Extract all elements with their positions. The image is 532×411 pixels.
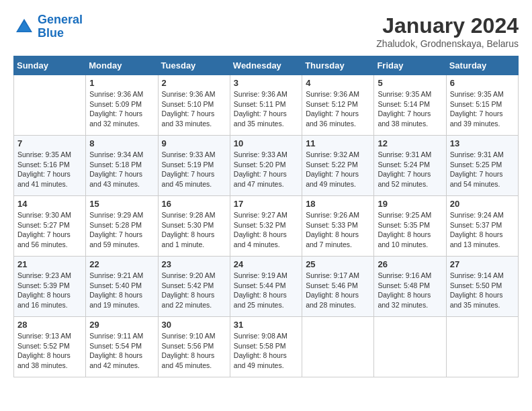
calendar-cell: 17Sunrise: 9:27 AMSunset: 5:32 PMDayligh… [230,196,302,257]
cell-content: Sunrise: 9:36 AMSunset: 5:10 PMDaylight:… [162,89,226,129]
day-number: 7 [17,138,82,148]
calendar-cell: 12Sunrise: 9:31 AMSunset: 5:24 PMDayligh… [374,136,446,196]
header: General Blue January 2024 Zhaludok, Grod… [13,13,519,49]
cell-content: Sunrise: 9:26 AMSunset: 5:33 PMDaylight:… [306,210,370,250]
cell-content: Sunrise: 9:23 AMSunset: 5:39 PMDaylight:… [17,271,82,310]
cell-content: Sunrise: 9:21 AMSunset: 5:40 PMDaylight:… [89,271,154,310]
calendar-cell: 31Sunrise: 9:08 AMSunset: 5:58 PMDayligh… [230,317,302,377]
cell-content: Sunrise: 9:33 AMSunset: 5:19 PMDaylight:… [162,150,226,189]
header-row: SundayMondayTuesdayWednesdayThursdayFrid… [14,56,519,75]
week-row-1: 1Sunrise: 9:36 AMSunset: 5:09 PMDaylight… [14,75,519,136]
cell-content: Sunrise: 9:20 AMSunset: 5:42 PMDaylight:… [162,271,226,310]
month-title: January 2024 [376,13,519,38]
cell-content: Sunrise: 9:17 AMSunset: 5:46 PMDaylight:… [306,271,370,310]
cell-content: Sunrise: 9:35 AMSunset: 5:14 PMDaylight:… [378,89,442,129]
calendar-cell: 10Sunrise: 9:33 AMSunset: 5:20 PMDayligh… [230,136,302,196]
title-area: January 2024 Zhaludok, Grodnenskaya, Bel… [376,13,519,49]
day-number: 25 [306,259,370,269]
day-header-thursday: Thursday [302,56,374,75]
calendar-cell: 21Sunrise: 9:23 AMSunset: 5:39 PMDayligh… [14,257,86,317]
calendar-cell: 27Sunrise: 9:14 AMSunset: 5:50 PMDayligh… [446,257,518,317]
calendar-cell: 15Sunrise: 9:29 AMSunset: 5:28 PMDayligh… [86,196,158,257]
cell-content: Sunrise: 9:29 AMSunset: 5:28 PMDaylight:… [89,210,154,250]
day-number: 26 [378,259,442,269]
cell-content: Sunrise: 9:36 AMSunset: 5:09 PMDaylight:… [89,89,154,129]
day-number: 12 [378,138,442,148]
day-header-friday: Friday [374,56,446,75]
day-number: 28 [17,320,82,330]
day-number: 21 [17,259,82,269]
cell-content: Sunrise: 9:14 AMSunset: 5:50 PMDaylight:… [450,271,515,310]
week-row-5: 28Sunrise: 9:13 AMSunset: 5:52 PMDayligh… [14,317,519,377]
calendar-cell: 14Sunrise: 9:30 AMSunset: 5:27 PMDayligh… [14,196,86,257]
day-header-tuesday: Tuesday [158,56,230,75]
calendar-cell: 23Sunrise: 9:20 AMSunset: 5:42 PMDayligh… [158,257,230,317]
calendar-cell: 3Sunrise: 9:36 AMSunset: 5:11 PMDaylight… [230,75,302,136]
logo-line2: Blue [38,26,64,40]
day-number: 4 [306,78,370,88]
day-header-monday: Monday [86,56,158,75]
day-number: 17 [234,199,298,209]
day-number: 3 [234,78,298,88]
calendar-cell: 9Sunrise: 9:33 AMSunset: 5:19 PMDaylight… [158,136,230,196]
location-subtitle: Zhaludok, Grodnenskaya, Belarus [376,38,519,49]
day-number: 30 [162,320,226,330]
logo-line1: General [38,13,83,26]
calendar-cell: 29Sunrise: 9:11 AMSunset: 5:54 PMDayligh… [86,317,158,377]
cell-content: Sunrise: 9:31 AMSunset: 5:24 PMDaylight:… [378,150,442,189]
day-number: 24 [234,259,298,269]
cell-content: Sunrise: 9:10 AMSunset: 5:56 PMDaylight:… [162,331,226,371]
day-number: 14 [17,199,82,209]
day-number: 5 [378,78,442,88]
calendar-cell: 7Sunrise: 9:35 AMSunset: 5:16 PMDaylight… [14,136,86,196]
calendar-cell: 5Sunrise: 9:35 AMSunset: 5:14 PMDaylight… [374,75,446,136]
calendar-cell: 30Sunrise: 9:10 AMSunset: 5:56 PMDayligh… [158,317,230,377]
day-number: 18 [306,199,370,209]
calendar-cell: 11Sunrise: 9:32 AMSunset: 5:22 PMDayligh… [302,136,374,196]
day-number: 6 [450,78,515,88]
day-number: 29 [89,320,154,330]
calendar-cell: 20Sunrise: 9:24 AMSunset: 5:37 PMDayligh… [446,196,518,257]
day-number: 15 [89,199,154,209]
day-number: 31 [234,320,298,330]
calendar-cell: 28Sunrise: 9:13 AMSunset: 5:52 PMDayligh… [14,317,86,377]
week-row-2: 7Sunrise: 9:35 AMSunset: 5:16 PMDaylight… [14,136,519,196]
calendar-cell: 26Sunrise: 9:16 AMSunset: 5:48 PMDayligh… [374,257,446,317]
day-number: 10 [234,138,298,148]
cell-content: Sunrise: 9:16 AMSunset: 5:48 PMDaylight:… [378,271,442,310]
cell-content: Sunrise: 9:24 AMSunset: 5:37 PMDaylight:… [450,210,515,250]
day-number: 19 [378,199,442,209]
calendar-cell: 24Sunrise: 9:19 AMSunset: 5:44 PMDayligh… [230,257,302,317]
calendar-cell: 2Sunrise: 9:36 AMSunset: 5:10 PMDaylight… [158,75,230,136]
day-header-sunday: Sunday [14,56,86,75]
day-number: 27 [450,259,515,269]
day-number: 11 [306,138,370,148]
day-number: 23 [162,259,226,269]
calendar-cell: 13Sunrise: 9:31 AMSunset: 5:25 PMDayligh… [446,136,518,196]
cell-content: Sunrise: 9:34 AMSunset: 5:18 PMDaylight:… [89,150,154,189]
cell-content: Sunrise: 9:35 AMSunset: 5:16 PMDaylight:… [17,150,82,189]
day-number: 13 [450,138,515,148]
calendar-cell [374,317,446,377]
day-number: 9 [162,138,226,148]
cell-content: Sunrise: 9:35 AMSunset: 5:15 PMDaylight:… [450,89,515,129]
calendar-cell: 16Sunrise: 9:28 AMSunset: 5:30 PMDayligh… [158,196,230,257]
calendar-cell: 22Sunrise: 9:21 AMSunset: 5:40 PMDayligh… [86,257,158,317]
day-header-wednesday: Wednesday [230,56,302,75]
calendar-cell: 4Sunrise: 9:36 AMSunset: 5:12 PMDaylight… [302,75,374,136]
day-number: 20 [450,199,515,209]
cell-content: Sunrise: 9:13 AMSunset: 5:52 PMDaylight:… [17,331,82,371]
cell-content: Sunrise: 9:25 AMSunset: 5:35 PMDaylight:… [378,210,442,250]
calendar-cell: 8Sunrise: 9:34 AMSunset: 5:18 PMDaylight… [86,136,158,196]
calendar-cell [446,317,518,377]
calendar-cell: 18Sunrise: 9:26 AMSunset: 5:33 PMDayligh… [302,196,374,257]
day-number: 2 [162,78,226,88]
logo-text: General Blue [38,13,83,40]
cell-content: Sunrise: 9:31 AMSunset: 5:25 PMDaylight:… [450,150,515,189]
cell-content: Sunrise: 9:11 AMSunset: 5:54 PMDaylight:… [89,331,154,371]
cell-content: Sunrise: 9:33 AMSunset: 5:20 PMDaylight:… [234,150,298,189]
day-number: 1 [89,78,154,88]
day-number: 8 [89,138,154,148]
day-header-saturday: Saturday [446,56,518,75]
cell-content: Sunrise: 9:36 AMSunset: 5:12 PMDaylight:… [306,89,370,129]
